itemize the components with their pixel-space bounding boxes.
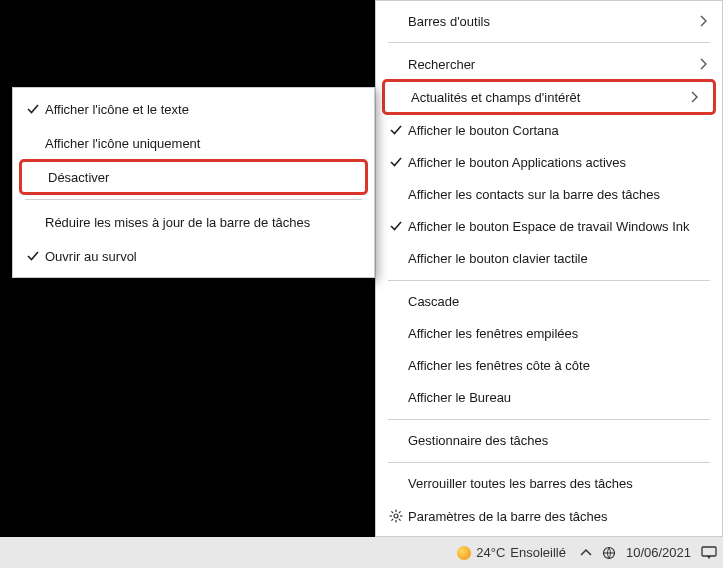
svg-rect-10 xyxy=(702,547,716,556)
weather-widget[interactable]: 24°C Ensoleillé xyxy=(457,545,566,560)
menu-item-label: Afficher le bouton Applications actives xyxy=(408,155,708,170)
menu-item-label: Désactiver xyxy=(48,170,351,185)
taskbar-menu-item-cascade[interactable]: Cascade xyxy=(376,286,722,318)
taskbar-menu-item-verrouiller-toutes-les-barres-des-taches[interactable]: Verrouiller toutes les barres des tâches xyxy=(376,468,722,500)
menu-item-label: Afficher les fenêtres côte à côte xyxy=(408,358,708,373)
menu-item-label: Afficher l'icône et le texte xyxy=(45,102,360,117)
submenu-item-afficher-l-icone-uniquement[interactable]: Afficher l'icône uniquement xyxy=(13,126,374,160)
svg-point-0 xyxy=(394,514,398,518)
chevron-right-icon xyxy=(692,58,708,70)
taskbar: 24°C Ensoleillé 10/06/2021 xyxy=(0,537,723,568)
submenu-item-ouvrir-au-survol[interactable]: Ouvrir au survol xyxy=(13,239,374,273)
taskbar-menu-item-afficher-le-bouton-espace-de-travail-windows-ink[interactable]: Afficher le bouton Espace de travail Win… xyxy=(376,210,722,242)
highlight-box: Désactiver xyxy=(19,159,368,195)
check-icon xyxy=(384,123,408,137)
menu-separator xyxy=(388,280,710,281)
chevron-up-icon[interactable] xyxy=(580,547,592,559)
taskbar-menu-item-afficher-les-fenetres-empilees[interactable]: Afficher les fenêtres empilées xyxy=(376,318,722,350)
menu-item-label: Actualités et champs d'intérêt xyxy=(411,90,683,105)
highlight-box: Actualités et champs d'intérêt xyxy=(382,79,716,115)
taskbar-date[interactable]: 10/06/2021 xyxy=(626,545,691,560)
menu-item-label: Afficher le bouton Cortana xyxy=(408,123,708,138)
taskbar-menu-item-actualites-et-champs-d-interet[interactable]: Actualités et champs d'intérêt xyxy=(385,82,713,112)
action-center-icon[interactable] xyxy=(701,546,717,560)
svg-line-5 xyxy=(391,511,393,513)
chevron-right-icon xyxy=(683,91,699,103)
tray-icons xyxy=(580,546,616,560)
submenu-item-desactiver[interactable]: Désactiver xyxy=(22,162,365,192)
check-icon xyxy=(21,249,45,263)
sun-icon xyxy=(457,546,471,560)
submenu-item-afficher-l-icone-et-le-texte[interactable]: Afficher l'icône et le texte xyxy=(13,92,374,126)
taskbar-menu-item-rechercher[interactable]: Rechercher xyxy=(376,48,722,80)
menu-separator xyxy=(25,199,362,200)
check-icon xyxy=(384,219,408,233)
submenu-item-reduire-les-mises-a-jour-de-la-barre-de-taches[interactable]: Réduire les mises à jour de la barre de … xyxy=(13,205,374,239)
chevron-right-icon xyxy=(692,15,708,27)
menu-item-label: Cascade xyxy=(408,294,708,309)
svg-line-6 xyxy=(399,519,401,521)
weather-desc: Ensoleillé xyxy=(510,545,566,560)
taskbar-menu-item-afficher-le-bouton-cortana[interactable]: Afficher le bouton Cortana xyxy=(376,114,722,146)
gear-icon xyxy=(384,509,408,523)
taskbar-menu-item-afficher-le-bouton-applications-actives[interactable]: Afficher le bouton Applications actives xyxy=(376,146,722,178)
taskbar-context-menu: Barres d'outilsRechercherActualités et c… xyxy=(375,0,723,537)
menu-item-label: Afficher le bouton clavier tactile xyxy=(408,251,708,266)
menu-separator xyxy=(388,419,710,420)
svg-line-8 xyxy=(391,519,393,521)
taskbar-menu-item-afficher-le-bureau[interactable]: Afficher le Bureau xyxy=(376,382,722,414)
check-icon xyxy=(21,102,45,116)
news-interests-submenu: Afficher l'icône et le texteAfficher l'i… xyxy=(12,87,375,278)
taskbar-menu-item-parametres-de-la-barre-des-taches[interactable]: Paramètres de la barre des tâches xyxy=(376,500,722,532)
weather-temp: 24°C xyxy=(476,545,505,560)
menu-item-label: Afficher l'icône uniquement xyxy=(45,136,360,151)
network-icon[interactable] xyxy=(602,546,616,560)
check-icon xyxy=(384,155,408,169)
svg-line-7 xyxy=(399,511,401,513)
menu-item-label: Ouvrir au survol xyxy=(45,249,360,264)
taskbar-menu-item-afficher-les-contacts-sur-la-barre-des-taches[interactable]: Afficher les contacts sur la barre des t… xyxy=(376,178,722,210)
taskbar-menu-item-afficher-les-fenetres-cote-a-cote[interactable]: Afficher les fenêtres côte à côte xyxy=(376,350,722,382)
menu-item-label: Afficher les contacts sur la barre des t… xyxy=(408,187,708,202)
menu-separator xyxy=(388,42,710,43)
taskbar-menu-item-barres-d-outils[interactable]: Barres d'outils xyxy=(376,5,722,37)
menu-item-label: Afficher le Bureau xyxy=(408,390,708,405)
menu-item-label: Barres d'outils xyxy=(408,14,692,29)
taskbar-menu-item-afficher-le-bouton-clavier-tactile[interactable]: Afficher le bouton clavier tactile xyxy=(376,243,722,275)
menu-separator xyxy=(388,462,710,463)
menu-item-label: Afficher le bouton Espace de travail Win… xyxy=(408,219,708,234)
menu-item-label: Verrouiller toutes les barres des tâches xyxy=(408,476,708,491)
menu-item-label: Afficher les fenêtres empilées xyxy=(408,326,708,341)
menu-item-label: Paramètres de la barre des tâches xyxy=(408,509,708,524)
menu-item-label: Rechercher xyxy=(408,57,692,72)
menu-item-label: Gestionnaire des tâches xyxy=(408,433,708,448)
taskbar-menu-item-gestionnaire-des-taches[interactable]: Gestionnaire des tâches xyxy=(376,425,722,457)
menu-item-label: Réduire les mises à jour de la barre de … xyxy=(45,215,360,230)
